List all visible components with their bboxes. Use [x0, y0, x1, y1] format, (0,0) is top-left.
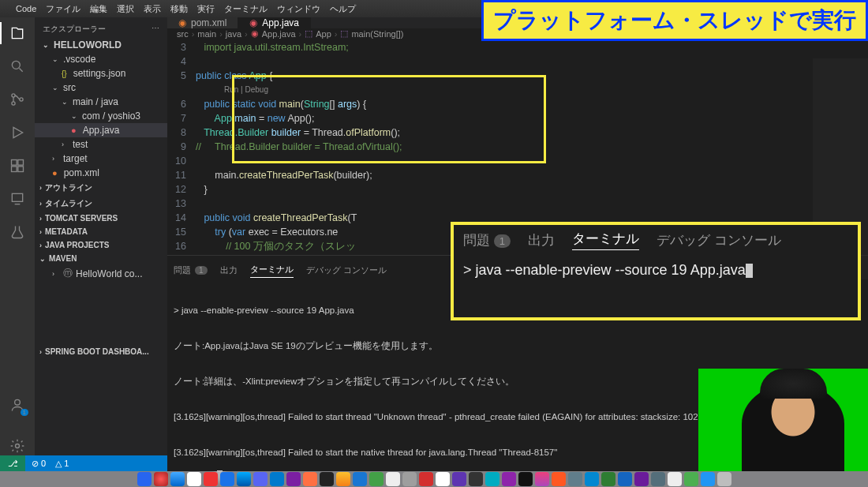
dock-app[interactable] [535, 472, 549, 486]
remote-icon[interactable] [8, 189, 27, 208]
maven-project[interactable]: ›ⓜ HelloWorld co... [35, 265, 167, 282]
dock-app[interactable] [369, 472, 383, 486]
menu-help[interactable]: ヘルプ [330, 3, 356, 15]
dock-app[interactable] [634, 472, 649, 486]
menu-file[interactable]: ファイル [46, 3, 80, 15]
tab-app-java[interactable]: ◉App.java [238, 17, 311, 28]
section-timeline[interactable]: ›タイムライン [35, 196, 167, 212]
dock-app[interactable] [568, 472, 582, 486]
file-settings-json[interactable]: settings.json [35, 66, 167, 81]
accounts-icon[interactable]: 1 [8, 395, 27, 414]
dock-app[interactable] [717, 472, 731, 486]
dock-app[interactable] [469, 472, 483, 486]
svg-rect-5 [18, 160, 24, 166]
dock-app[interactable] [187, 472, 201, 486]
svg-point-10 [16, 444, 20, 448]
tab-pom-xml[interactable]: ◉pom.xml [167, 17, 238, 28]
dock-app[interactable] [286, 472, 301, 486]
svg-rect-7 [18, 167, 24, 172]
codelens-run-debug[interactable]: Run | Debug [167, 83, 868, 97]
dock-app[interactable] [270, 472, 284, 486]
explorer-icon[interactable] [8, 24, 27, 43]
dock-app[interactable] [320, 472, 334, 486]
folder-package[interactable]: ⌄com / yoshio3 [35, 109, 167, 123]
svg-rect-4 [12, 160, 17, 166]
dock-app[interactable] [253, 472, 268, 486]
extensions-icon[interactable] [8, 156, 27, 175]
dock-app[interactable] [353, 472, 367, 486]
dock-app[interactable] [386, 472, 400, 486]
menu-window[interactable]: ウィンドウ [277, 3, 320, 15]
svg-point-1 [12, 94, 15, 97]
dock-app[interactable] [651, 472, 665, 486]
app-name[interactable]: Code [16, 4, 36, 13]
folder-test[interactable]: ›test [35, 137, 167, 152]
dock-app[interactable] [419, 472, 433, 486]
folder-main-java[interactable]: ⌄main / java [35, 95, 167, 109]
section-tomcat[interactable]: ›TOMCAT SERVERS [35, 212, 167, 225]
menu-go[interactable]: 移動 [170, 3, 188, 15]
section-spring-boot[interactable]: ›SPRING BOOT DASHBOA... [35, 345, 167, 358]
status-errors[interactable]: ⊘ 0 [32, 459, 46, 469]
section-java-projects[interactable]: ›JAVA PROJECTS [35, 238, 167, 252]
zoom-tab-debug[interactable]: デバッグ コンソール [657, 231, 781, 249]
dock-app[interactable] [668, 472, 682, 486]
svg-rect-6 [12, 167, 17, 172]
file-app-java[interactable]: App.java [35, 123, 167, 137]
menu-select[interactable]: 選択 [117, 3, 134, 15]
panel-tab-problems[interactable]: 問題 1 [174, 263, 208, 278]
folder-target[interactable]: ›target [35, 152, 167, 166]
activity-bar: 1 [0, 17, 35, 455]
dock-app[interactable] [336, 472, 350, 486]
svg-point-3 [20, 98, 23, 101]
panel-tab-debug-console[interactable]: デバッグ コンソール [306, 263, 387, 278]
explorer-sidebar: エクスプローラー ⋯ ⌄HELLOWORLD ⌄.vscode settings… [35, 17, 167, 455]
run-debug-icon[interactable] [8, 123, 27, 142]
dock-app[interactable] [502, 472, 516, 486]
dock-app[interactable] [618, 472, 632, 486]
dock-app[interactable] [552, 472, 566, 486]
dock-app[interactable] [303, 472, 317, 486]
dock-app[interactable] [204, 472, 218, 486]
menu-view[interactable]: 表示 [144, 3, 161, 15]
zoom-tab-terminal[interactable]: ターミナル [572, 230, 639, 250]
dock-app[interactable] [436, 472, 450, 486]
folder-vscode[interactable]: ⌄.vscode [35, 52, 167, 66]
menu-run[interactable]: 実行 [197, 3, 215, 15]
remote-indicator[interactable]: ⎇ [0, 455, 25, 471]
status-warnings[interactable]: △ 1 [55, 459, 69, 469]
dock-app[interactable] [701, 472, 715, 486]
explorer-title: エクスプローラー [43, 24, 106, 35]
zoom-tab-problems[interactable]: 問題 1 [463, 231, 511, 249]
dock-app[interactable] [220, 472, 234, 486]
section-maven[interactable]: ⌄MAVEN [35, 252, 167, 265]
dock-app[interactable] [601, 472, 615, 486]
more-icon[interactable]: ⋯ [152, 24, 159, 35]
dock-app[interactable] [237, 472, 251, 486]
dock-app[interactable] [585, 472, 599, 486]
menu-terminal[interactable]: ターミナル [224, 3, 268, 15]
section-outline[interactable]: ›アウトライン [35, 180, 167, 196]
dock-app[interactable] [684, 472, 698, 486]
zoom-tab-output[interactable]: 出力 [528, 231, 555, 249]
search-icon[interactable] [8, 57, 27, 76]
panel-tab-output[interactable]: 出力 [220, 263, 238, 278]
folder-src[interactable]: ⌄src [35, 81, 167, 95]
menu-edit[interactable]: 編集 [90, 3, 107, 15]
source-control-icon[interactable] [8, 90, 27, 109]
dock-app[interactable] [402, 472, 417, 486]
workspace-root[interactable]: ⌄HELLOWORLD [35, 38, 167, 52]
settings-gear-icon[interactable] [8, 436, 27, 455]
panel-tab-terminal[interactable]: ターミナル [250, 262, 294, 278]
dock-app[interactable] [170, 472, 185, 486]
testing-icon[interactable] [8, 223, 27, 242]
dock-app[interactable] [518, 472, 533, 486]
macos-dock [0, 471, 868, 487]
section-metadata[interactable]: ›METADATA [35, 225, 167, 238]
dock-app[interactable] [137, 472, 152, 486]
dock-app[interactable] [485, 472, 499, 486]
dock-app[interactable] [154, 472, 168, 486]
file-pom-xml[interactable]: pom.xml [35, 166, 167, 180]
dock-app[interactable] [452, 472, 466, 486]
terminal-zoom-overlay: 問題 1 出力 ターミナル デバッグ コンソール > java --enable… [451, 222, 861, 320]
